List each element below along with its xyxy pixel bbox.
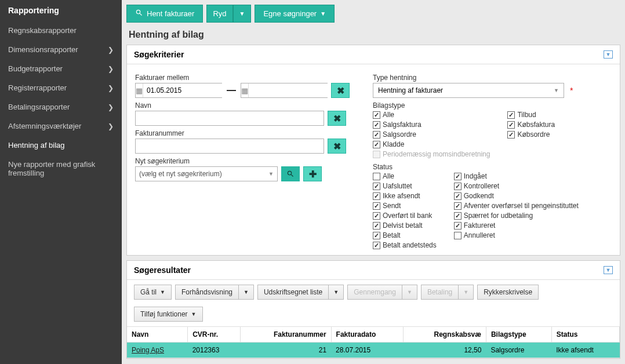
- table-row[interactable]: Poing ApS20123632128.07.201512,50Salgsor…: [127, 343, 620, 358]
- sidebar-item[interactable]: Nye rapporter med grafisk fremstilling: [0, 155, 122, 183]
- bilagstype-label: Bilagstype: [373, 101, 612, 110]
- add-functions-button[interactable]: Tilføj funktioner▼: [134, 307, 203, 322]
- fetch-invoices-label: Hent fakturaer: [147, 9, 194, 18]
- search-icon: [135, 9, 143, 19]
- checkbox-item[interactable]: ✓Købsfaktura: [507, 121, 555, 129]
- caret-down-icon: ▼: [320, 10, 326, 17]
- preview-dropdown-button[interactable]: ▼: [238, 285, 254, 300]
- chevron-right-icon: ❯: [108, 84, 114, 92]
- checkbox-label: Ikke afsendt: [383, 192, 420, 200]
- clear-dropdown-button[interactable]: ▼: [233, 5, 252, 23]
- type-fetch-select[interactable]: Hentning af fakturaer ▼: [373, 83, 564, 98]
- reminder-button[interactable]: Rykkerskrivelse: [477, 285, 539, 300]
- print-list-button[interactable]: Udskriftsegnet liste: [257, 285, 328, 300]
- panel-collapse-button[interactable]: ▼: [604, 266, 613, 274]
- sidebar-item-label: Regnskabsrapporter: [8, 26, 77, 35]
- sidebar-item[interactable]: Budgetrapporter❯: [0, 59, 122, 78]
- checkbox-item[interactable]: Alle: [373, 172, 437, 180]
- checkbox-item[interactable]: ✓Kontrolleret: [454, 182, 579, 190]
- checkbox-item[interactable]: Annulleret: [454, 231, 579, 239]
- clear-name-button[interactable]: ✖: [328, 111, 346, 126]
- date-from-input[interactable]: ▦: [135, 83, 222, 98]
- checkbox-item[interactable]: ✓Salgsordre: [373, 130, 490, 139]
- own-searches-button[interactable]: Egne søgninger ▼: [255, 5, 335, 23]
- checkbox-item[interactable]: ✓Salgsfaktura: [373, 121, 490, 129]
- table-cell: Salgsordre: [486, 343, 551, 358]
- sidebar-item[interactable]: Hentning af bilag: [0, 136, 122, 155]
- checkbox-item[interactable]: ✓Alle: [373, 111, 490, 119]
- search-criterion-button[interactable]: [281, 166, 300, 181]
- checkbox-icon: ✓: [454, 173, 462, 180]
- checkbox-item[interactable]: ✓Delvist betalt: [373, 221, 437, 230]
- checkbox-icon: ✓: [454, 192, 462, 200]
- sidebar-title: Rapportering: [0, 0, 122, 21]
- checkbox-icon: ✓: [373, 232, 380, 239]
- checkbox-item[interactable]: ✓Betalt andetsteds: [373, 241, 437, 249]
- checkbox-icon: [454, 232, 462, 239]
- col-invoice-no[interactable]: Fakturanummer: [241, 327, 331, 343]
- checkbox-item[interactable]: ✓Indgået: [454, 172, 579, 180]
- checkbox-item[interactable]: ✓Købsordre: [507, 130, 555, 139]
- checkbox-label: Afventer overførsel til pengeinstituttet: [464, 202, 579, 210]
- checkbox-icon: ✓: [373, 141, 380, 148]
- print-list-dropdown-button[interactable]: ▼: [328, 285, 344, 300]
- add-criterion-button[interactable]: ✚: [303, 166, 322, 181]
- checkbox-label: Overført til bank: [383, 212, 432, 220]
- preview-button[interactable]: Forhåndsvisning: [175, 285, 238, 300]
- panel-collapse-button[interactable]: ▼: [604, 50, 613, 59]
- checkbox-item[interactable]: ✓Afventer overførsel til pengeinstitutte…: [454, 202, 579, 210]
- table-cell: 12,50: [404, 343, 486, 358]
- chevron-right-icon: ❯: [108, 103, 114, 111]
- checkbox-item[interactable]: ✓Betalt: [373, 231, 437, 239]
- checkbox-item[interactable]: ✓Uafsluttet: [373, 182, 437, 190]
- clear-date-button[interactable]: ✖: [331, 83, 350, 98]
- fetch-invoices-button[interactable]: Hent fakturaer: [126, 5, 203, 23]
- name-input[interactable]: [135, 111, 324, 126]
- name-label: Navn: [135, 101, 350, 110]
- sidebar-item[interactable]: Afstemningsværktøjer❯: [0, 117, 122, 136]
- checkbox-item: Periodemæssig momsindberetning: [373, 150, 490, 158]
- checkbox-item[interactable]: ✓Godkendt: [454, 192, 579, 200]
- col-status[interactable]: Status: [551, 327, 619, 343]
- clear-button[interactable]: Ryd: [206, 5, 232, 23]
- checkbox-item[interactable]: ✓Sendt: [373, 202, 437, 210]
- sidebar: Rapportering RegnskabsrapporterDimension…: [0, 0, 122, 364]
- sidebar-item[interactable]: Betalingsrapporter❯: [0, 97, 122, 117]
- calendar-icon: ▦: [241, 83, 249, 97]
- checkbox-label: Købsordre: [517, 130, 550, 139]
- checkbox-item[interactable]: ✓Spærret for udbetaling: [454, 212, 579, 220]
- col-name[interactable]: Navn: [127, 327, 188, 343]
- checkbox-label: Periodemæssig momsindberetning: [383, 150, 490, 158]
- sidebar-item[interactable]: Dimensionsrapporter❯: [0, 40, 122, 59]
- checkbox-label: Spærret for udbetaling: [464, 212, 533, 220]
- type-fetch-label: Type hentning: [373, 74, 612, 82]
- results-header: Søgeresultater ▼: [127, 261, 620, 280]
- checkbox-icon: ✓: [373, 111, 380, 119]
- checkbox-label: Godkendt: [464, 192, 494, 200]
- invoice-no-input[interactable]: [135, 139, 324, 154]
- col-cvr[interactable]: CVR-nr.: [188, 327, 241, 343]
- date-to-input[interactable]: ▦: [241, 83, 328, 98]
- checkbox-icon: ✓: [373, 202, 380, 210]
- checkbox-item[interactable]: ✓Overført til bank: [373, 212, 437, 220]
- new-criterion-select[interactable]: (vælg et nyt søgekriterium) ▼: [135, 166, 278, 181]
- goto-button[interactable]: Gå til▼: [134, 285, 172, 300]
- checkbox-item[interactable]: ✓Tilbud: [507, 111, 555, 119]
- checkbox-icon: [373, 173, 380, 180]
- checkbox-item[interactable]: ✓Ikke afsendt: [373, 192, 437, 200]
- checkbox-item[interactable]: ✓Kladde: [373, 140, 490, 148]
- clear-invoice-no-button[interactable]: ✖: [328, 139, 346, 154]
- sidebar-item[interactable]: Regnskabsrapporter: [0, 21, 122, 40]
- checkbox-icon: ✓: [373, 212, 380, 220]
- col-invoice-date[interactable]: Fakturadato: [331, 327, 403, 343]
- col-bilagstype[interactable]: Bilagstype: [486, 327, 551, 343]
- search-icon: [286, 170, 295, 178]
- checkbox-item[interactable]: ✓Faktureret: [454, 221, 579, 230]
- payment-dropdown-button: ▼: [458, 285, 474, 300]
- col-accounting[interactable]: Regnskabsvæ: [404, 327, 486, 343]
- row-name-link[interactable]: Poing ApS: [132, 346, 164, 354]
- sidebar-item-label: Betalingsrapporter: [8, 103, 70, 111]
- checkbox-label: Tilbud: [517, 111, 536, 119]
- sidebar-item[interactable]: Registerrapporter❯: [0, 78, 122, 97]
- checkbox-label: Betalt andetsteds: [383, 241, 437, 249]
